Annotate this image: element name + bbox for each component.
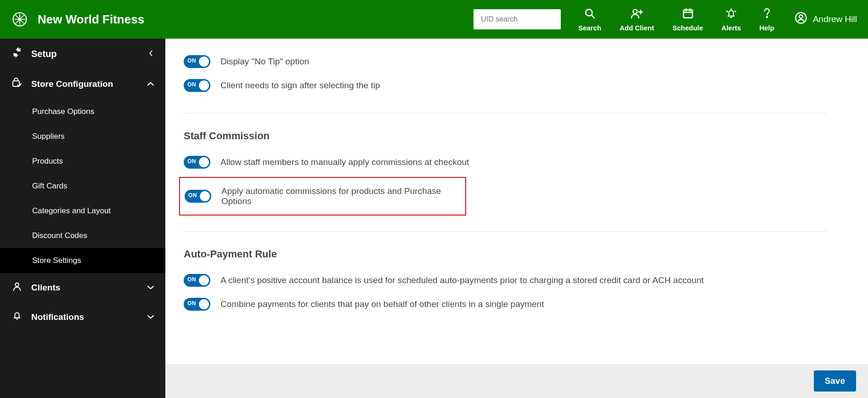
save-button[interactable]: Save bbox=[814, 370, 856, 392]
main-panel: ON Display "No Tip" option ON Client nee… bbox=[165, 39, 868, 398]
schedule-icon bbox=[682, 7, 694, 21]
toggle-knob bbox=[200, 191, 210, 201]
svg-point-22 bbox=[15, 283, 18, 286]
toggle-display-no-tip[interactable]: ON bbox=[184, 55, 210, 68]
notifications-icon bbox=[11, 311, 23, 324]
toggle-combine-payments[interactable]: ON bbox=[184, 298, 210, 311]
header-add-client-button[interactable]: Add Client bbox=[610, 7, 663, 32]
alerts-icon bbox=[725, 7, 738, 21]
toggle-on-label: ON bbox=[187, 158, 196, 165]
toggle-knob bbox=[199, 157, 209, 167]
clients-icon bbox=[11, 281, 23, 294]
header-search-button[interactable]: Search bbox=[569, 7, 610, 32]
setting-label-auto-commission: Apply automatic commissions for products… bbox=[221, 186, 462, 206]
footer-bar: Save bbox=[165, 364, 868, 398]
toggle-client-sign[interactable]: ON bbox=[184, 79, 210, 92]
header-search-label: Search bbox=[578, 24, 601, 32]
toggle-on-label: ON bbox=[187, 300, 196, 307]
heading-staff-commission: Staff Commission bbox=[184, 130, 827, 142]
chevron-up-icon bbox=[147, 80, 154, 89]
svg-point-5 bbox=[18, 18, 22, 21]
toggle-knob bbox=[199, 275, 209, 285]
brand-logo-icon bbox=[11, 11, 28, 28]
toggle-knob bbox=[199, 57, 209, 67]
setting-combine-payments: ON Combine payments for clients that pay… bbox=[184, 292, 827, 316]
setting-client-sign: ON Client needs to sign after selecting … bbox=[184, 74, 827, 97]
user-avatar-icon bbox=[795, 11, 807, 28]
toggle-auto-commission[interactable]: ON bbox=[185, 190, 211, 203]
toggle-knob bbox=[199, 80, 209, 91]
header-user-menu[interactable]: Andrew Hill bbox=[783, 11, 857, 28]
sidebar-notifications-label: Notifications bbox=[31, 312, 84, 322]
svg-point-20 bbox=[799, 15, 802, 18]
brand-name: New World Fitness bbox=[38, 12, 144, 27]
header-alerts-button[interactable]: Alerts bbox=[712, 7, 750, 32]
sidebar: Setup Store Configuration Purchase Optio… bbox=[0, 39, 165, 398]
sidebar-notifications[interactable]: Notifications bbox=[0, 302, 165, 332]
toggle-positive-balance[interactable]: ON bbox=[184, 274, 210, 287]
svg-line-7 bbox=[592, 15, 594, 17]
sidebar-store-config-label: Store Configuration bbox=[31, 79, 113, 89]
section-divider bbox=[184, 231, 827, 232]
sidebar-item-purchase-options[interactable]: Purchase Options bbox=[0, 99, 165, 124]
header-help-label: Help bbox=[759, 24, 774, 32]
header-user-name: Andrew Hill bbox=[813, 14, 857, 24]
sidebar-item-gift-cards[interactable]: Gift Cards bbox=[0, 174, 165, 199]
sidebar-clients[interactable]: Clients bbox=[0, 273, 165, 302]
setting-label-no-tip: Display "No Tip" option bbox=[220, 57, 309, 67]
header-add-client-label: Add Client bbox=[620, 24, 654, 32]
svg-point-18 bbox=[766, 16, 767, 17]
store-config-icon bbox=[11, 77, 23, 91]
svg-rect-11 bbox=[683, 10, 693, 17]
uid-search-input[interactable] bbox=[473, 9, 561, 29]
sidebar-item-store-settings[interactable]: Store Settings bbox=[0, 248, 165, 273]
search-icon bbox=[584, 7, 596, 21]
chevron-left-icon bbox=[148, 49, 154, 59]
sidebar-item-suppliers[interactable]: Suppliers bbox=[0, 124, 165, 149]
svg-line-17 bbox=[735, 11, 736, 12]
setting-display-no-tip: ON Display "No Tip" option bbox=[184, 50, 827, 74]
header-schedule-button[interactable]: Schedule bbox=[663, 7, 712, 32]
sidebar-item-categories-layout[interactable]: Categories and Layout bbox=[0, 199, 165, 223]
section-divider bbox=[184, 113, 827, 114]
setting-positive-balance: ON A client's positive account balance i… bbox=[184, 268, 827, 292]
help-icon bbox=[762, 7, 772, 21]
toggle-on-label: ON bbox=[187, 81, 196, 88]
sidebar-setup-label: Setup bbox=[31, 49, 57, 59]
add-client-icon bbox=[630, 7, 644, 21]
setting-label-client-sign: Client needs to sign after selecting the… bbox=[220, 80, 380, 91]
setting-label-combine-payments: Combine payments for clients that pay on… bbox=[220, 299, 544, 309]
toggle-on-label: ON bbox=[187, 57, 196, 64]
setting-auto-commission: ON Apply automatic commissions for produ… bbox=[183, 182, 462, 210]
sidebar-store-config[interactable]: Store Configuration bbox=[0, 69, 165, 99]
setup-icon bbox=[11, 47, 23, 61]
toggle-on-label: ON bbox=[187, 276, 196, 283]
brand-wrap[interactable]: New World Fitness bbox=[11, 11, 144, 28]
settings-content: ON Display "No Tip" option ON Client nee… bbox=[165, 39, 868, 398]
toggle-on-label: ON bbox=[188, 192, 197, 199]
toggle-allow-manual-commission[interactable]: ON bbox=[184, 156, 210, 169]
highlighted-setting-box: ON Apply automatic commissions for produ… bbox=[179, 177, 466, 216]
sidebar-clients-label: Clients bbox=[31, 283, 60, 293]
header-schedule-label: Schedule bbox=[672, 24, 703, 32]
setting-label-positive-balance: A client's positive account balance is u… bbox=[220, 275, 704, 285]
toggle-knob bbox=[199, 299, 209, 309]
svg-line-16 bbox=[727, 11, 727, 12]
header-help-button[interactable]: Help bbox=[750, 7, 783, 32]
setting-label-manual-commission: Allow staff members to manually apply co… bbox=[220, 157, 469, 167]
svg-point-8 bbox=[633, 9, 637, 13]
chevron-down-icon bbox=[147, 313, 154, 322]
setting-allow-manual-commission: ON Allow staff members to manually apply… bbox=[184, 150, 827, 174]
chevron-down-icon bbox=[147, 283, 154, 293]
sidebar-item-products[interactable]: Products bbox=[0, 149, 165, 174]
header-alerts-label: Alerts bbox=[721, 24, 741, 32]
app-header: New World Fitness Search Add Client Sche… bbox=[0, 0, 868, 39]
sidebar-item-discount-codes[interactable]: Discount Codes bbox=[0, 223, 165, 248]
heading-auto-payment: Auto-Payment Rule bbox=[184, 248, 827, 260]
sidebar-setup[interactable]: Setup bbox=[0, 39, 165, 69]
